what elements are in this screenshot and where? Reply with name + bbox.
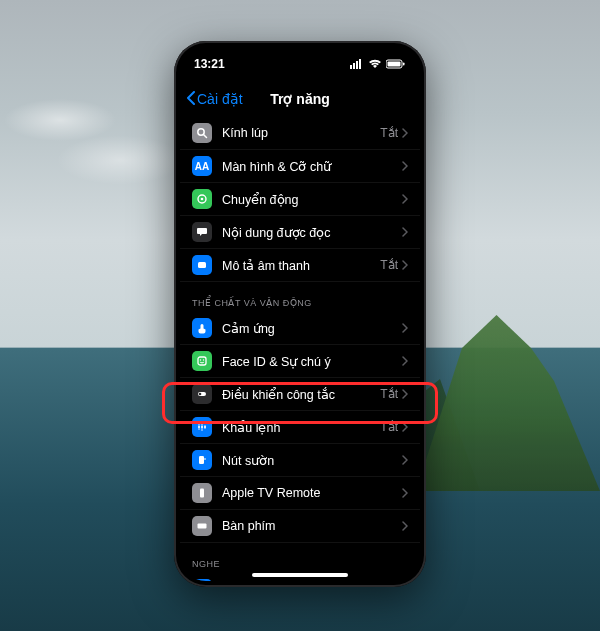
chevron-left-icon xyxy=(186,91,195,108)
row-label: Mô tả âm thanh xyxy=(222,258,380,273)
svg-rect-26 xyxy=(198,524,207,529)
back-label: Cài đặt xyxy=(197,91,243,107)
chevron-right-icon xyxy=(402,194,408,204)
row-label: Cảm ứng xyxy=(222,321,402,336)
side-button-icon xyxy=(192,450,212,470)
row-value: Tắt xyxy=(380,126,398,140)
chevron-right-icon xyxy=(402,128,408,138)
svg-rect-11 xyxy=(198,262,206,268)
chevron-right-icon xyxy=(402,227,408,237)
switch-control-icon xyxy=(192,384,212,404)
phone-frame: 13:21 Cài đặt Trợ năng xyxy=(174,41,426,587)
section-header-hearing: NGHE xyxy=(180,543,420,573)
faceid-icon xyxy=(192,351,212,371)
row-apple-tv-remote[interactable]: Apple TV Remote xyxy=(180,477,420,510)
wifi-icon xyxy=(368,59,382,69)
svg-rect-23 xyxy=(199,456,204,464)
chevron-right-icon xyxy=(402,488,408,498)
apple-tv-remote-icon xyxy=(192,483,212,503)
svg-point-10 xyxy=(201,198,204,201)
home-indicator[interactable] xyxy=(252,573,348,577)
row-label: Điều khiển công tắc xyxy=(222,387,380,402)
chevron-right-icon xyxy=(402,356,408,366)
row-label: Nội dung được đọc xyxy=(222,225,402,240)
motion-icon xyxy=(192,189,212,209)
chevron-right-icon xyxy=(402,161,408,171)
svg-rect-5 xyxy=(388,62,401,67)
row-label: Chuyển động xyxy=(222,192,402,207)
battery-icon xyxy=(386,59,406,69)
svg-rect-24 xyxy=(205,458,206,460)
nav-bar: Cài đặt Trợ năng xyxy=(180,81,420,117)
row-audio-descriptions[interactable]: Mô tả âm thanh Tắt xyxy=(180,249,420,282)
row-value: Tắt xyxy=(380,258,398,272)
svg-rect-1 xyxy=(353,63,355,69)
svg-rect-3 xyxy=(359,59,361,69)
chevron-right-icon xyxy=(402,455,408,465)
back-button[interactable]: Cài đặt xyxy=(186,91,243,108)
row-side-button[interactable]: Nút sườn xyxy=(180,444,420,477)
text-size-icon: AA xyxy=(192,156,212,176)
row-label: Bàn phím xyxy=(222,519,402,533)
speech-bubble-icon xyxy=(192,222,212,242)
status-time: 13:21 xyxy=(194,57,225,71)
row-value: Tắt xyxy=(380,420,398,434)
row-display-text[interactable]: AA Màn hình & Cỡ chữ xyxy=(180,150,420,183)
row-switch-control[interactable]: Điều khiển công tắc Tắt xyxy=(180,378,420,411)
chevron-right-icon xyxy=(402,389,408,399)
hearing-icon xyxy=(192,579,212,581)
svg-rect-12 xyxy=(198,357,206,365)
svg-rect-0 xyxy=(350,65,352,69)
svg-rect-25 xyxy=(200,489,204,498)
settings-list[interactable]: Kính lúp Tắt AA Màn hình & Cỡ chữ Chuyển… xyxy=(180,117,420,581)
voice-control-icon xyxy=(192,417,212,437)
section-header-physical: THỂ CHẤT VÀ VẬN ĐỘNG xyxy=(180,282,420,312)
row-label: Khẩu lệnh xyxy=(222,420,380,435)
row-keyboards[interactable]: Bàn phím xyxy=(180,510,420,543)
svg-point-13 xyxy=(200,359,201,360)
row-magnifier[interactable]: Kính lúp Tắt xyxy=(180,117,420,150)
svg-rect-2 xyxy=(356,61,358,69)
row-label: Màn hình & Cỡ chữ xyxy=(222,159,402,174)
notch xyxy=(245,47,355,67)
keyboard-icon xyxy=(192,516,212,536)
touch-icon xyxy=(192,318,212,338)
row-label: Apple TV Remote xyxy=(222,486,402,500)
svg-point-14 xyxy=(203,359,204,360)
row-spoken-content[interactable]: Nội dung được đọc xyxy=(180,216,420,249)
svg-point-16 xyxy=(199,393,202,396)
row-label: Face ID & Sự chú ý xyxy=(222,354,402,369)
audio-description-icon xyxy=(192,255,212,275)
chevron-right-icon xyxy=(402,521,408,531)
wallpaper-clouds xyxy=(0,80,200,230)
row-value: Tắt xyxy=(380,387,398,401)
svg-rect-6 xyxy=(403,63,405,66)
svg-line-8 xyxy=(204,135,207,138)
row-label: Nút sườn xyxy=(222,453,402,468)
row-motion[interactable]: Chuyển động xyxy=(180,183,420,216)
chevron-right-icon xyxy=(402,260,408,270)
chevron-right-icon xyxy=(402,422,408,432)
row-voice-control[interactable]: Khẩu lệnh Tắt xyxy=(180,411,420,444)
row-label: Kính lúp xyxy=(222,126,380,140)
chevron-right-icon xyxy=(402,323,408,333)
row-touch[interactable]: Cảm ứng xyxy=(180,312,420,345)
screen: 13:21 Cài đặt Trợ năng xyxy=(180,47,420,581)
row-faceid[interactable]: Face ID & Sự chú ý xyxy=(180,345,420,378)
magnifier-icon xyxy=(192,123,212,143)
